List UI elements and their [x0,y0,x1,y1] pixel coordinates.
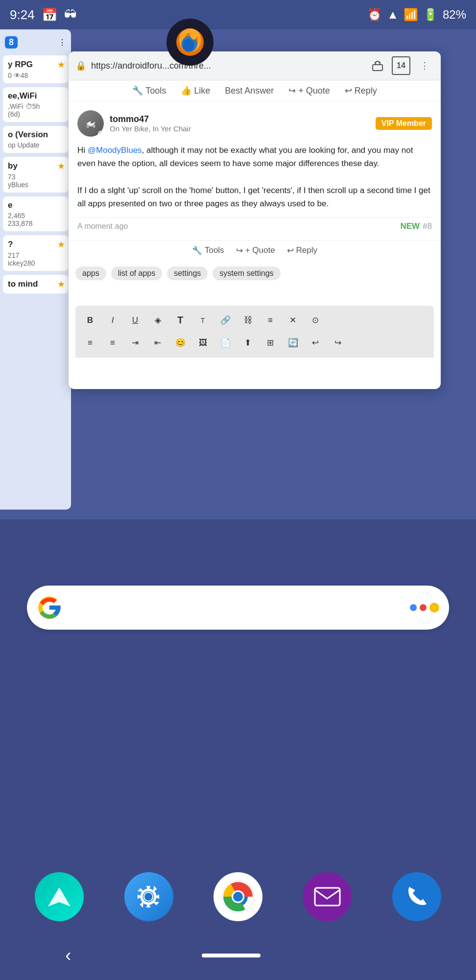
home-pill[interactable] [202,954,261,957]
list-item-meta: 0 👁48 [8,72,65,79]
firefox-icon [167,19,214,66]
status-right: ⏰ ▲ 📶 🔋 82% [367,8,466,22]
bold-button[interactable]: B [79,310,101,331]
phone-app-icon[interactable] [392,872,441,921]
editor-toolbar-row1: B I U ◈ T T 🔗 ⛓ ≡ ✕ ⊙ [79,310,326,331]
image-button[interactable]: 🖼 [192,332,214,354]
new-badge: NEW #8 [400,221,432,231]
post-actions-bar: 🔧 Tools ↪ + Quote ↩ Reply [69,240,441,261]
nav-app-icon[interactable] [35,872,84,921]
mic-dot-yellow [429,603,439,612]
upload-button[interactable]: ⬆ [237,332,259,354]
url-text[interactable]: https://androidforu...com/thre... [91,61,363,71]
username: tommo47 [110,114,191,124]
indent-button[interactable]: ⇥ [124,332,146,354]
svg-rect-18 [315,888,340,906]
thumbup-icon: 👍 [181,85,191,96]
back-button[interactable]: ‹ [65,945,71,966]
reply-editor: B I U ◈ T T 🔗 ⛓ ≡ ✕ ⊙ ≡ ≡ ⇥ ⇤ 😊 🖼 📄 ⬆ [75,306,434,382]
post-toolbar: 🔧 Tools 👍 Like Best Answer ↪ + Quote ↩ R… [69,80,441,101]
outdent-button[interactable]: ⇤ [147,332,168,354]
font-size-small-button[interactable]: T [192,310,214,331]
list-item-meta: op Update [8,141,65,149]
signal-icon: 📶 [404,8,418,22]
list-item-meta: 73yBlues [8,173,65,189]
post-tools-button[interactable]: 🔧 Tools [192,245,224,256]
tag-settings[interactable]: settings [167,267,208,280]
editor-toolbar-row2: ≡ ≡ ⇥ ⇤ 😊 🖼 📄 ⬆ ⊞ 🔄 [79,332,304,354]
list-item[interactable]: e 2,465233,878 [3,196,68,231]
svg-point-8 [375,62,377,64]
mention-link[interactable]: @MoodyBlues [88,146,142,155]
mail-app-icon[interactable] [303,872,352,921]
post-quote-button[interactable]: ↪ + Quote [236,245,275,256]
reply-button[interactable]: ↩ Reply [345,85,377,96]
navigation-icon [46,883,73,910]
tags-row: apps list of apps settings system settin… [69,261,441,286]
italic-button[interactable]: I [102,310,123,331]
settings-app-icon[interactable] [124,872,173,921]
browser-address-bar[interactable]: 🔒 https://androidforu...com/thre... 14 ⋮ [69,51,441,80]
list-item-title: ee,WiFi [8,91,65,101]
tab-count[interactable]: 14 [392,56,410,75]
align-button[interactable]: ≡ [260,310,281,331]
list-item-meta: 217ickey280 [8,251,65,267]
post-header: 🏍 tommo47 On Yer Bike, In Yer Chair VIP … [77,110,432,137]
unlink-button[interactable]: ⛓ [237,310,259,331]
svg-marker-10 [48,887,71,906]
panel-header: 8 ⋮ [3,34,68,50]
post-reply-button[interactable]: ↩ Reply [287,245,317,256]
firefox-logo [167,19,214,66]
like-button[interactable]: 👍 Like [181,85,210,96]
list-item-title: to mind [8,279,38,289]
mic-dot-red [420,604,427,611]
svg-point-5 [183,39,194,52]
font-size-big-button[interactable]: T [169,310,191,331]
tag-system-settings[interactable]: system settings [213,267,280,280]
google-mic-button[interactable] [410,603,439,612]
tag-apps[interactable]: apps [75,267,106,280]
tools-button[interactable]: 🔧 Tools [132,85,166,96]
highlight-button[interactable]: ◈ [147,310,168,331]
editor-content[interactable] [75,358,434,382]
quote-button[interactable]: ↪ + Quote [288,85,330,96]
browser-menu-icon[interactable]: ⋮ [415,56,434,75]
clear-format-button[interactable]: ✕ [282,310,304,331]
alarm-icon: ⏰ [367,8,382,22]
star-icon: ★ [57,279,65,290]
editor-toolbar: B I U ◈ T T 🔗 ⛓ ≡ ✕ ⊙ ≡ ≡ ⇥ ⇤ 😊 🖼 📄 ⬆ [75,306,434,358]
vip-badge: VIP Member [376,117,432,130]
ordered-list-button[interactable]: ≡ [102,332,123,354]
post-body: Hi @MoodyBlues, although it may not be e… [77,144,432,210]
android-icon[interactable] [368,56,387,75]
list-item[interactable]: o (Version op Update [3,126,68,153]
reply-icon: ↩ [345,85,352,96]
underline-button[interactable]: U [124,310,146,331]
chrome-app-icon[interactable] [214,872,262,921]
tag-list-of-apps[interactable]: list of apps [111,267,162,280]
file-button[interactable]: 📄 [214,332,236,354]
link-button[interactable]: 🔗 [214,310,236,331]
google-search-bar[interactable] [27,586,449,630]
spoiler-button[interactable]: 🔄 [282,332,304,354]
undo-button[interactable]: ↩ [305,332,326,354]
reply-small-icon: ↩ [287,245,294,256]
panel-menu-icon[interactable]: ⋮ [58,38,66,47]
svg-point-17 [233,892,243,902]
list-item[interactable]: to mind ★ [3,275,68,294]
more-button[interactable]: ⊙ [305,310,326,331]
background-list-panel: 8 ⋮ y RPG ★ 0 👁48 ee,WiFi ,WiFi ⏱5h(6d) … [0,29,71,510]
list-item[interactable]: ee,WiFi ,WiFi ⏱5h(6d) [3,87,68,122]
redo-button[interactable]: ↪ [327,332,349,354]
list-item[interactable]: y RPG ★ 0 👁48 [3,55,68,83]
list-item-title: by [8,161,18,171]
user-subtitle: On Yer Bike, In Yer Chair [110,124,191,133]
google-search-input[interactable] [67,586,410,630]
best-answer-button[interactable]: Best Answer [225,86,274,96]
post-text-body2: If I do a slght 'up' scroll on the 'home… [77,186,430,208]
list-item[interactable]: ? ★ 217ickey280 [3,235,68,271]
bullet-list-button[interactable]: ≡ [79,332,101,354]
list-item[interactable]: by ★ 73yBlues [3,157,68,193]
media-button[interactable]: ⊞ [260,332,281,354]
emoji-button[interactable]: 😊 [169,332,191,354]
